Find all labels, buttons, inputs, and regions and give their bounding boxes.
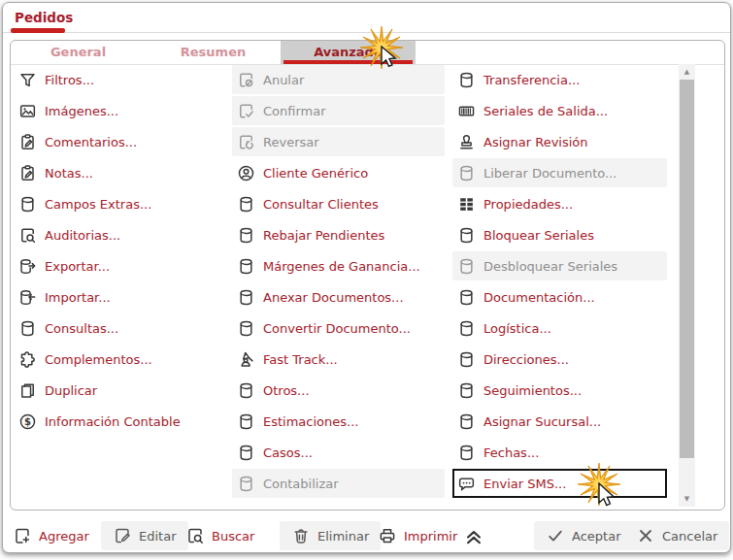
menu-item-fechas[interactable]: Fechas... — [452, 438, 667, 467]
menu-item-informacion-contable[interactable]: $Información Contable — [14, 407, 229, 436]
menu-item-label: Otros... — [263, 383, 310, 398]
menu-item-estimaciones[interactable]: Estimaciones... — [232, 407, 445, 436]
menu-item-direcciones[interactable]: Direcciones... — [452, 345, 667, 374]
menu-item-liberar-documento: Liberar Documento... — [452, 158, 667, 187]
check-icon — [546, 526, 565, 545]
printer-icon — [378, 526, 397, 545]
database-icon — [237, 257, 255, 276]
svg-text:$: $ — [24, 416, 31, 427]
menu-item-consultas[interactable]: Consultas... — [14, 313, 229, 343]
menu-item-auditorias[interactable]: Auditorias... — [14, 220, 229, 249]
menu-item-label: Asignar Sucursal... — [483, 414, 601, 429]
scrollbar[interactable]: ▲ ▼ — [679, 64, 695, 507]
button-label: Aceptar — [572, 529, 620, 544]
menu-item-campos-extras[interactable]: Campos Extras... — [14, 189, 229, 218]
menu-item-label: Desbloquear Seriales — [483, 259, 617, 274]
menu-item-casos[interactable]: Casos... — [232, 438, 445, 467]
scroll-up-icon[interactable]: ▲ — [679, 65, 695, 79]
tab-general[interactable]: General — [11, 41, 146, 64]
filter-icon — [18, 71, 37, 89]
imprimir-button[interactable]: Imprimir — [378, 521, 457, 550]
menu-item-label: Bloquear Seriales — [483, 228, 594, 243]
trash-icon — [291, 526, 311, 545]
menu-item-label: Exportar... — [45, 259, 110, 274]
button-label: Cancelar — [662, 529, 717, 544]
tab-avanzado[interactable]: Avanzado — [281, 41, 416, 64]
tab-bar: GeneralResumenAvanzado — [11, 41, 724, 65]
menu-item-label: Convertir Documento... — [263, 321, 411, 336]
menu-item-documentacion[interactable]: Documentación... — [452, 282, 667, 312]
wizard-icon — [237, 350, 255, 369]
agregar-button[interactable]: Agregar — [13, 521, 89, 550]
menu-item-label: Enviar SMS... — [483, 477, 566, 491]
grid-blocks-icon — [457, 195, 476, 214]
database-icon — [457, 444, 476, 462]
aceptar-button[interactable]: Aceptar — [534, 521, 632, 550]
menu-item-label: Rebajar Pendientes — [263, 228, 384, 243]
menu-item-asignar-sucursal[interactable]: Asignar Sucursal... — [452, 407, 667, 436]
tab-label: Avanzado — [314, 45, 383, 59]
menu-item-complementos[interactable]: Complementos... — [14, 345, 229, 374]
menu-item-label: Consultas... — [45, 321, 118, 336]
menu-item-enviar-sms[interactable]: Enviar SMS... — [452, 469, 667, 498]
database-icon — [237, 381, 255, 400]
cancelar-button[interactable]: Cancelar — [624, 521, 729, 550]
menu-item-label: Información Contable — [45, 414, 181, 429]
menu-item-otros[interactable]: Otros... — [232, 376, 445, 405]
menu-item-importar[interactable]: Importar... — [14, 282, 229, 312]
tab-label: Resumen — [181, 45, 246, 59]
menu-item-reversar: Reversar — [232, 127, 445, 156]
button-label: Editar — [139, 529, 177, 544]
collapse-toolbar-button[interactable] — [463, 521, 484, 550]
menu-item-propiedades[interactable]: Propiedades... — [452, 189, 667, 218]
menu-item-label: Consultar Clientes — [263, 197, 379, 212]
title-underline — [11, 28, 65, 33]
menu-item-duplicar[interactable]: Duplicar — [14, 376, 229, 405]
button-label: Agregar — [39, 529, 89, 544]
menu-item-margenes-de-ganancia[interactable]: Márgenes de Ganancia... — [232, 251, 445, 280]
menu-item-comentarios[interactable]: Comentarios... — [14, 127, 229, 156]
database-icon — [457, 71, 476, 89]
database-icon — [237, 226, 255, 245]
menu-item-bloquear-seriales[interactable]: Bloquear Seriales — [452, 220, 667, 249]
scroll-down-icon[interactable]: ▼ — [679, 492, 695, 506]
buscar-button[interactable]: Buscar — [185, 521, 254, 550]
menu-item-label: Importar... — [45, 290, 111, 305]
button-label: Buscar — [212, 529, 254, 544]
database-icon — [237, 195, 255, 214]
scrollbar-thumb[interactable] — [680, 80, 694, 458]
menu-item-asignar-revision[interactable]: Asignar Revisión — [452, 127, 667, 156]
menu-item-exportar[interactable]: Exportar... — [14, 251, 229, 280]
header-divider — [3, 32, 730, 33]
menu-item-cliente-generico[interactable]: Cliente Genérico — [232, 158, 445, 187]
menu-item-filtros[interactable]: Filtros... — [14, 65, 229, 94]
menu-item-seriales-de-salida[interactable]: Seriales de Salida... — [452, 96, 667, 125]
menu-item-notas[interactable]: Notas... — [14, 158, 229, 187]
menu-item-logistica[interactable]: Logística... — [452, 313, 667, 343]
doc-check-icon — [237, 102, 255, 120]
menu-item-rebajar-pendientes[interactable]: Rebajar Pendientes — [232, 220, 445, 249]
menu-item-anexar-documentos[interactable]: Anexar Documentos... — [232, 282, 445, 312]
tab-resumen[interactable]: Resumen — [146, 41, 281, 64]
menu-item-label: Seriales de Salida... — [483, 104, 608, 118]
menu-item-transferencia[interactable]: Transferencia... — [452, 65, 667, 94]
menu-item-convertir-documento[interactable]: Convertir Documento... — [232, 313, 445, 343]
menu-item-label: Seguimientos... — [483, 383, 582, 398]
menu-item-label: Casos... — [263, 445, 313, 460]
button-label: Imprimir — [404, 529, 457, 544]
menu-item-label: Comentarios... — [45, 135, 137, 149]
doc-plus-icon — [13, 526, 32, 545]
menu-item-imagenes[interactable]: Imágenes... — [14, 96, 229, 125]
editar-button: Editar — [101, 521, 188, 550]
menu-item-seguimientos[interactable]: Seguimientos... — [452, 376, 667, 405]
doc-search-icon — [185, 526, 205, 545]
database-icon — [457, 226, 476, 245]
menu-item-label: Complementos... — [45, 352, 152, 367]
menu-item-consultar-clientes[interactable]: Consultar Clientes — [232, 189, 445, 218]
window-title: Pedidos — [15, 10, 73, 25]
database-icon — [237, 319, 255, 338]
menu-item-fast-track[interactable]: Fast Track... — [232, 345, 445, 374]
menu-item-label: Fast Track... — [263, 352, 338, 367]
dollar-circle-icon: $ — [18, 412, 37, 431]
puzzle-icon — [18, 350, 37, 369]
